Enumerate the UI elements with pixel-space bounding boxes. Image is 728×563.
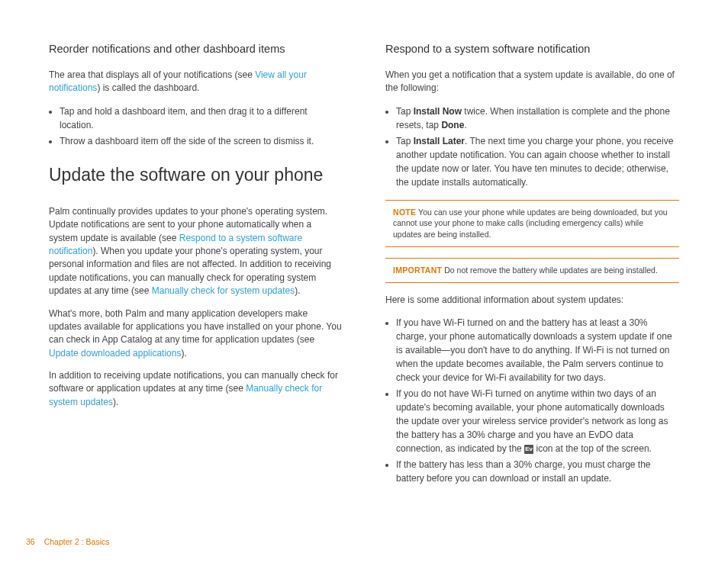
link-manual-check-1[interactable]: Manually check for system updates xyxy=(152,285,295,296)
chapter-label: Chapter 2 : Basics xyxy=(44,537,110,546)
page-footer: 36Chapter 2 : Basics xyxy=(26,537,109,546)
important-text: Do not remove the battery while updates … xyxy=(442,265,658,275)
text: ). xyxy=(295,285,300,296)
page-number: 36 xyxy=(26,537,35,546)
text: icon at the top of the screen. xyxy=(533,443,652,454)
text: ). xyxy=(113,397,118,407)
para-respond-intro: When you get a notification that a syste… xyxy=(385,69,679,95)
right-column: Respond to a system software notificatio… xyxy=(385,43,679,496)
bold-done: Done xyxy=(441,120,464,130)
para-update-1: Palm continually provides updates to you… xyxy=(49,205,343,298)
list-additional: If you have Wi-Fi turned on and the batt… xyxy=(385,316,679,485)
para-update-3: In addition to receiving update notifica… xyxy=(49,369,343,409)
note-label: NOTE xyxy=(393,208,416,217)
list-item: Tap and hold a dashboard item, and then … xyxy=(60,105,343,132)
list-reorder: Tap and hold a dashboard item, and then … xyxy=(49,105,343,148)
text: ). xyxy=(181,348,186,359)
list-item: Tap Install Now twice. When installation… xyxy=(396,105,679,132)
bold-install-now: Install Now xyxy=(414,106,462,117)
bold-install-later: Install Later xyxy=(414,136,465,146)
text: ) is called the dashboard. xyxy=(97,82,199,93)
text: . xyxy=(464,120,466,130)
list-item: If you do not have Wi-Fi turned on anyti… xyxy=(396,387,679,455)
list-item: Throw a dashboard item off the side of t… xyxy=(60,134,343,148)
link-update-apps[interactable]: Update downloaded applications xyxy=(49,348,181,359)
para-additional: Here is some additional information abou… xyxy=(385,294,679,307)
important-box: IMPORTANT Do not remove the battery whil… xyxy=(385,258,679,283)
heading-reorder: Reorder notifications and other dashboar… xyxy=(49,43,343,55)
list-item: If the battery has less than a 30% charg… xyxy=(396,458,679,485)
text: Tap xyxy=(396,106,414,117)
text: The area that displays all of your notif… xyxy=(49,69,255,80)
para-update-2: What's more, both Palm and many applicat… xyxy=(49,307,343,361)
para-dashboard: The area that displays all of your notif… xyxy=(49,69,343,95)
important-label: IMPORTANT xyxy=(393,265,442,275)
note-text: You can use your phone while updates are… xyxy=(393,208,668,239)
list-respond: Tap Install Now twice. When installation… xyxy=(385,105,679,189)
note-box: NOTE You can use your phone while update… xyxy=(385,200,679,247)
left-column: Reorder notifications and other dashboar… xyxy=(49,43,343,496)
heading-respond: Respond to a system software notificatio… xyxy=(385,43,679,55)
evdo-icon: Ev xyxy=(524,445,533,454)
list-item: Tap Install Later. The next time you cha… xyxy=(396,134,679,189)
list-item: If you have Wi-Fi turned on and the batt… xyxy=(396,316,679,384)
heading-update-software: Update the software on your phone xyxy=(49,165,343,185)
text: Tap xyxy=(396,136,414,146)
text: What's more, both Palm and many applicat… xyxy=(49,308,342,346)
